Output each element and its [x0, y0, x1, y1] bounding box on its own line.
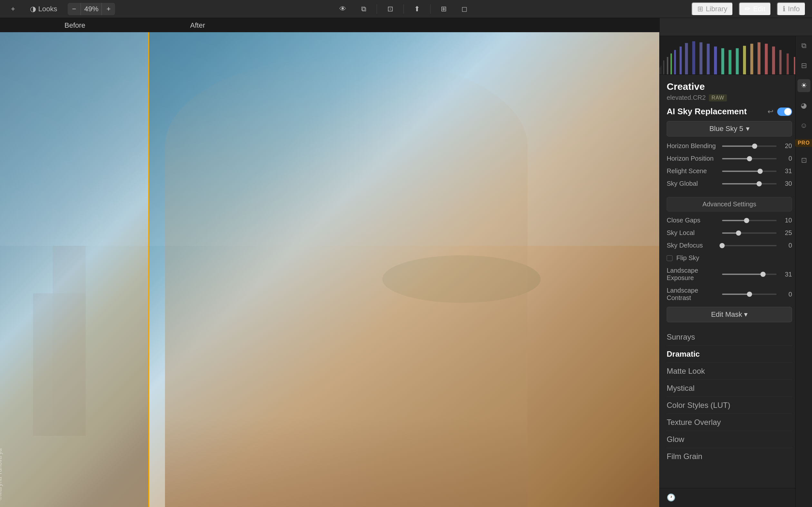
compare-button[interactable]: ⧉ [357, 3, 371, 15]
advanced-settings-button[interactable]: Advanced Settings [667, 197, 792, 212]
edit-mask-button[interactable]: Edit Mask ▾ [667, 307, 792, 322]
color-icon-btn[interactable]: ◕ [798, 99, 810, 112]
svg-rect-5 [661, 66, 661, 74]
before-label: Before [64, 21, 85, 30]
svg-rect-2 [53, 246, 86, 436]
landscape-exposure-track[interactable] [722, 274, 776, 275]
svg-rect-14 [707, 44, 710, 74]
info-icon: ℹ [783, 5, 785, 13]
sky-local-thumb[interactable] [736, 230, 741, 236]
window-button[interactable]: ◻ [457, 3, 472, 15]
horizon-position-row: Horizon Position 0 [667, 155, 792, 162]
face-icon-btn[interactable]: ☺ [798, 119, 810, 132]
panel-bottom-bar: 🕐 ••• [660, 488, 812, 507]
sky-global-track[interactable] [722, 183, 776, 184]
landscape-exposure-thumb[interactable] [760, 272, 766, 277]
relight-scene-track[interactable] [722, 171, 776, 172]
sky-preset-dropdown[interactable]: Blue Sky 5 ▾ [667, 121, 792, 136]
eye-button[interactable]: 👁 [335, 3, 351, 15]
layers-icon-btn[interactable]: ⧉ [798, 39, 810, 52]
sky-local-label: Sky Local [667, 229, 718, 237]
person-silhouette [165, 56, 527, 507]
share-button[interactable]: ⬆ [410, 3, 424, 15]
separator [377, 4, 377, 14]
reset-button[interactable]: ↩ [767, 108, 773, 116]
svg-rect-7 [667, 57, 669, 74]
compare-icon: ⧉ [361, 5, 366, 13]
panel-tabs [660, 18, 812, 36]
bag-icon-btn[interactable]: ⊡ [798, 154, 810, 167]
pro-badge: PRO [795, 139, 812, 147]
creative-item-texture-overlay[interactable]: Texture Overlay [667, 414, 792, 431]
svg-rect-24 [779, 50, 782, 74]
relight-scene-thumb[interactable] [758, 169, 763, 174]
sky-global-thumb[interactable] [757, 181, 762, 186]
landscape-contrast-track[interactable] [722, 294, 776, 295]
relight-scene-label: Relight Scene [667, 167, 718, 175]
zoom-plus-button[interactable]: + [102, 3, 115, 15]
window-icon: ◻ [461, 5, 467, 13]
info-tab[interactable]: ℹ Info [777, 2, 806, 16]
svg-rect-23 [772, 46, 775, 74]
landscape-contrast-value: 0 [780, 291, 792, 298]
zoom-minus-button[interactable]: − [68, 3, 81, 15]
sky-local-track[interactable] [722, 232, 776, 234]
creative-item-mystical[interactable]: Mystical [667, 380, 792, 397]
landscape-exposure-row: Landscape Exposure 31 [667, 267, 792, 282]
looks-button[interactable]: ◑ Looks [26, 3, 62, 15]
svg-rect-19 [743, 46, 746, 74]
filename: elevated.CR2 [667, 94, 706, 101]
landscape-contrast-thumb[interactable] [747, 292, 752, 297]
horizon-blending-label: Horizon Blending [667, 142, 718, 150]
ai-sky-controls: ↩ [767, 108, 792, 116]
edit-tab[interactable]: ✏ Edit [739, 2, 771, 16]
flip-sky-checkbox[interactable] [667, 255, 672, 261]
grid-button[interactable]: ⊞ [436, 3, 451, 15]
split-line[interactable] [148, 32, 149, 507]
toolbar-right: ⊞ Library ✏ Edit ℹ Info [692, 2, 806, 16]
sky-defocus-track[interactable] [722, 245, 776, 246]
sky-local-value: 25 [780, 229, 792, 237]
creative-item-color-styles[interactable]: Color Styles (LUT) [667, 397, 792, 414]
separator-2 [403, 4, 404, 14]
svg-rect-17 [728, 50, 731, 74]
horizon-position-track[interactable] [722, 158, 776, 159]
image-area: Before After [0, 18, 659, 507]
add-icon: + [11, 5, 15, 13]
sky-global-label: Sky Global [667, 180, 718, 187]
light-icon-btn[interactable]: ☀ [798, 79, 810, 92]
svg-rect-13 [700, 42, 702, 74]
sky-defocus-thumb[interactable] [719, 243, 725, 248]
light-icon: ☀ [801, 81, 807, 90]
creative-item-sunrays[interactable]: Sunrays [667, 329, 792, 346]
sky-global-value: 30 [780, 180, 792, 187]
clock-icon[interactable]: 🕐 [665, 492, 677, 504]
library-tab[interactable]: ⊞ Library [692, 2, 733, 16]
add-button[interactable]: + [6, 3, 20, 15]
ai-sky-toggle[interactable] [777, 108, 792, 116]
horizon-blending-thumb[interactable] [752, 144, 757, 149]
creative-item-film-grain[interactable]: Film Grain [667, 448, 792, 465]
landscape-contrast-row: Landscape Contrast 0 [667, 287, 792, 302]
creative-item-glow[interactable]: Glow [667, 431, 792, 448]
svg-rect-15 [714, 46, 717, 74]
raw-badge: RAW [709, 94, 727, 101]
svg-rect-9 [674, 50, 676, 74]
right-panel: ⧉ ⊟ ☀ ◕ ☺ PRO ⊡ Creative elevated.CR2 RA… [659, 18, 812, 507]
horizon-position-thumb[interactable] [747, 156, 752, 161]
close-gaps-thumb[interactable] [744, 218, 749, 223]
adjust-icon-btn[interactable]: ⊟ [798, 59, 810, 72]
flip-sky-label: Flip Sky [676, 254, 699, 262]
creative-item-dramatic[interactable]: Dramatic [667, 346, 792, 363]
crop-button[interactable]: ⊡ [383, 3, 398, 15]
panel-content[interactable]: Creative elevated.CR2 RAW AI Sky Replace… [660, 75, 812, 488]
close-gaps-track[interactable] [722, 220, 776, 221]
top-toolbar: + ◑ Looks − 49% + 👁 ⧉ ⊡ ⬆ ⊞ ◻ [0, 0, 812, 18]
ai-sky-title: AI Sky Replacement [667, 107, 747, 117]
grid-icon: ⊞ [441, 5, 447, 13]
svg-rect-11 [685, 43, 688, 74]
creative-item-matte-look[interactable]: Matte Look [667, 363, 792, 380]
horizon-blending-track[interactable] [722, 146, 776, 147]
svg-rect-10 [679, 46, 682, 74]
library-icon: ⊞ [697, 5, 703, 13]
